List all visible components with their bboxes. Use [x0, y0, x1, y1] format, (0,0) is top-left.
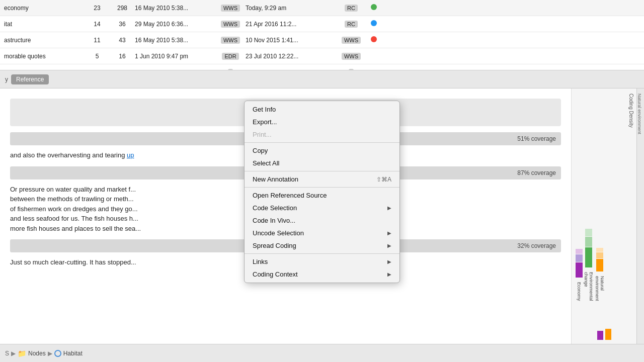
menu-label-code-in-vivo: Code In Vivo... [253, 217, 391, 224]
table-row[interactable]: economy 23 298 16 May 2010 5:38... WWS T… [0, 0, 644, 16]
col-num1: 5 [85, 53, 110, 60]
menu-arrow-links: ▶ [387, 259, 391, 264]
menu-item-links[interactable]: Links▶ [245, 255, 399, 268]
chart-col-label: Environmental change [584, 272, 594, 301]
menu-label-code-selection: Code Selection [253, 204, 387, 212]
menu-label-spread-coding: Spread Coding [253, 242, 387, 249]
menu-separator [245, 142, 399, 143]
coverage-text-3: 32% coverage [517, 242, 556, 249]
menu-item-code-selection[interactable]: Code Selection▶ [245, 202, 399, 214]
content-link-1[interactable]: up [127, 151, 134, 159]
menu-label-links: Links [253, 258, 387, 265]
coverage-text-2: 87% coverage [517, 169, 556, 176]
menu-arrow-code-selection: ▶ [387, 205, 391, 211]
tab-reference[interactable]: Reference [11, 74, 49, 84]
col-badge2: RC [336, 5, 366, 12]
col-date1: 29 May 2010 6:36... [135, 21, 215, 28]
col-num2: 16 [110, 53, 135, 60]
chart-sidebar: Coding Density EconomyEnvironmental chan… [571, 88, 636, 344]
col-name: astructure [4, 37, 85, 44]
menu-item-spread-coding[interactable]: Spread Coding▶ [245, 239, 399, 252]
table-row[interactable]: t [0, 64, 644, 70]
col-num1: 11 [85, 37, 110, 44]
menu-separator [245, 253, 399, 254]
bottom-bar [597, 331, 603, 340]
chart-column: Natural environment [595, 248, 605, 301]
menu-item-copy[interactable]: Copy [245, 144, 399, 157]
table-row[interactable]: itat 14 36 29 May 2010 6:36... WWS 21 Ap… [0, 16, 644, 32]
col-date2: 21 Apr 2016 11:2... [246, 21, 336, 28]
menu-item-code-in-vivo[interactable]: Code In Vivo... [245, 214, 399, 227]
menu-label-copy: Copy [253, 147, 391, 154]
tab-y-label: y [5, 76, 8, 83]
menu-label-print: Print... [253, 131, 391, 138]
col-num2: 43 [110, 37, 135, 44]
dot-red [371, 36, 377, 42]
col-date2: Today, 9:29 am [246, 5, 336, 12]
table-row[interactable]: morable quotes 5 16 1 Jun 2010 9:47 pm E… [0, 48, 644, 64]
table-row[interactable]: astructure 11 43 16 May 2010 5:38... WWS… [0, 32, 644, 48]
outer-right: Natural environment [636, 88, 644, 344]
col-name: morable quotes [4, 53, 85, 60]
menu-item-select-all[interactable]: Select All [245, 157, 399, 169]
coverage-text-1: 51% coverage [517, 135, 556, 142]
col-num1: 23 [85, 5, 110, 12]
chart-col-label: Natural environment [595, 276, 605, 301]
context-menu: Get InfoExport...Print...CopySelect AllN… [244, 101, 400, 283]
col-badge1: EDR [215, 53, 246, 60]
menu-separator [245, 171, 399, 171]
menu-arrow-uncode-selection: ▶ [387, 230, 391, 236]
col-dot [366, 4, 381, 12]
chart-col-label: Economy [577, 282, 582, 301]
col-date1: 16 May 2010 5:38... [135, 37, 215, 44]
menu-item-new-annotation[interactable]: New Annotation⇧⌘A [245, 173, 399, 186]
breadcrumb-s: S [5, 350, 9, 357]
node-icon [54, 350, 61, 357]
col-date1: 16 May 2010 5:38... [135, 5, 215, 12]
col-badge1: WWS [215, 21, 246, 28]
col-num1: 14 [85, 21, 110, 28]
folder-icon: 📁 [18, 349, 26, 357]
col-date1: 1 Jun 2010 9:47 pm [135, 53, 215, 60]
menu-label-uncode-selection: Uncode Selection [253, 229, 387, 237]
dot-blue [371, 20, 377, 26]
col-date2: 23 Jul 2010 12:22... [246, 53, 336, 60]
menu-label-coding-context: Coding Context [253, 270, 387, 278]
col-badge2: WWS [336, 37, 366, 44]
menu-label-new-annotation: New Annotation [253, 175, 366, 183]
menu-label-get-info: Get Info [253, 106, 391, 113]
breadcrumb-habitat: Habitat [63, 350, 83, 357]
menu-item-open-referenced-source[interactable]: Open Referenced Source [245, 189, 399, 202]
tab-bar: y Reference [0, 70, 644, 88]
menu-shortcut-new-annotation: ⇧⌘A [376, 176, 391, 183]
menu-item-export[interactable]: Export... [245, 116, 399, 128]
col-name: itat [4, 21, 85, 28]
dot-green [371, 4, 377, 10]
table-rows: economy 23 298 16 May 2010 5:38... WWS T… [0, 0, 644, 70]
breadcrumb-arrow-1: ▶ [11, 350, 16, 357]
breadcrumb-nodes: Nodes [28, 350, 46, 357]
col-name: economy [4, 5, 85, 12]
menu-separator [245, 187, 399, 188]
menu-label-export: Export... [253, 118, 391, 126]
menu-arrow-coding-context: ▶ [387, 272, 391, 277]
col-badge1: WWS [215, 37, 246, 44]
col-badge2: WWS [336, 53, 366, 60]
menu-item-print: Print... [245, 128, 399, 141]
breadcrumb-arrow-2: ▶ [48, 350, 52, 357]
col-dot [366, 20, 381, 28]
menu-item-uncode-selection[interactable]: Uncode Selection▶ [245, 227, 399, 239]
natural-env-label: Natural environment [637, 88, 642, 134]
breadcrumb-bar: S ▶ 📁 Nodes ▶ Habitat [0, 344, 644, 362]
table-area: economy 23 298 16 May 2010 5:38... WWS T… [0, 0, 644, 70]
col-badge1: WWS [215, 5, 246, 12]
col-dot [366, 36, 381, 44]
coding-density-label: Coding Density [628, 94, 634, 128]
menu-item-get-info[interactable]: Get Info [245, 103, 399, 116]
menu-label-select-all: Select All [253, 159, 391, 167]
menu-arrow-spread-coding: ▶ [387, 243, 391, 248]
menu-label-open-referenced-source: Open Referenced Source [253, 192, 391, 199]
menu-item-coding-context[interactable]: Coding Context▶ [245, 268, 399, 281]
chart-column: Environmental change [584, 229, 594, 301]
col-date2: 10 Nov 2015 1:41... [246, 37, 336, 44]
